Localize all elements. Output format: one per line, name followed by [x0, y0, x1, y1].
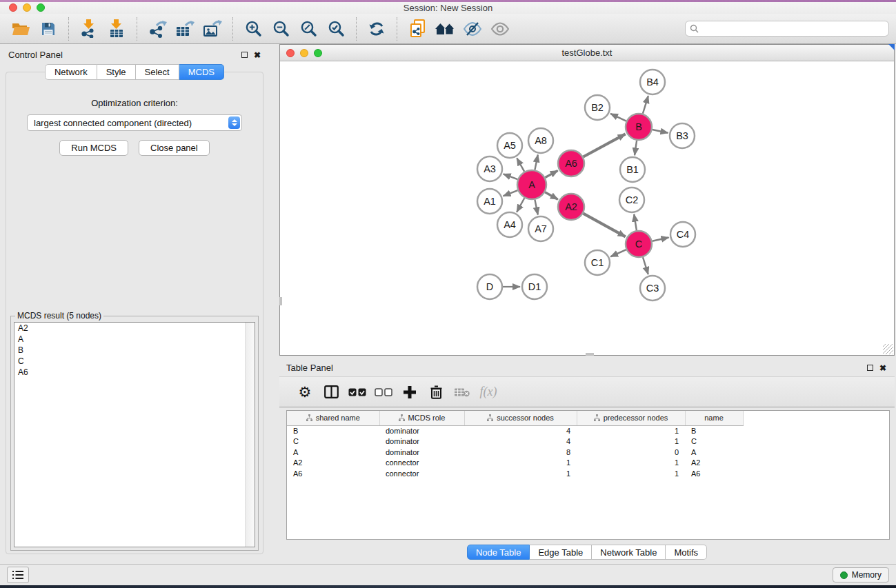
- table-cell[interactable]: 4: [464, 425, 577, 436]
- table-cell[interactable]: 1: [577, 425, 685, 436]
- tab-network-table[interactable]: Network Table: [592, 545, 666, 560]
- table-cell[interactable]: B: [287, 425, 379, 436]
- table-row[interactable]: Adominator80A: [287, 447, 743, 458]
- network-window-titlebar[interactable]: testGlobe.txt: [280, 45, 894, 61]
- network-overview-button[interactable]: [431, 16, 459, 42]
- export-image-button[interactable]: [199, 16, 226, 42]
- graph-edge-C-C4[interactable]: [653, 237, 669, 241]
- close-panel-icon[interactable]: ✖: [254, 52, 261, 59]
- float-panel-icon[interactable]: [867, 365, 873, 371]
- run-mcds-button[interactable]: Run MCDS: [59, 140, 128, 156]
- table-cell[interactable]: dominator: [379, 436, 464, 447]
- graph-edge-B-B2[interactable]: [610, 114, 626, 121]
- table-cell[interactable]: A: [685, 447, 743, 458]
- scrollbar[interactable]: [245, 323, 255, 547]
- graph-edge-A-A3[interactable]: [504, 174, 518, 179]
- import-table-button[interactable]: [103, 16, 130, 42]
- graph-edge-A6-B[interactable]: [584, 134, 626, 156]
- table-cell[interactable]: 1: [464, 458, 577, 469]
- import-network-button[interactable]: [75, 16, 103, 42]
- network-minimize-button[interactable]: [300, 49, 308, 57]
- task-history-button[interactable]: [7, 567, 29, 583]
- table-cell[interactable]: B: [685, 425, 743, 436]
- add-row-button[interactable]: [397, 379, 423, 405]
- network-zoom-button[interactable]: [314, 49, 322, 57]
- table-row[interactable]: Cdominator41C: [287, 436, 743, 447]
- tab-select[interactable]: Select: [136, 64, 179, 80]
- show-panels-button[interactable]: [486, 16, 514, 42]
- table-row[interactable]: A6connector11A6: [287, 468, 743, 479]
- column-header-MCDS-role[interactable]: MCDS role: [379, 411, 464, 425]
- table-cell[interactable]: A: [287, 447, 379, 458]
- save-session-button[interactable]: [34, 16, 62, 42]
- table-cell[interactable]: 1: [464, 468, 577, 479]
- close-panel-button[interactable]: Close panel: [139, 140, 210, 156]
- table-settings-button[interactable]: ⚙: [292, 379, 318, 405]
- table-cell[interactable]: connector: [379, 458, 464, 469]
- deselect-all-button[interactable]: [370, 379, 397, 405]
- table-row[interactable]: A2connector11A2: [287, 458, 743, 469]
- graph-edge-A-A7[interactable]: [535, 200, 537, 215]
- delete-table-button[interactable]: [449, 379, 475, 405]
- tab-network[interactable]: Network: [45, 64, 97, 80]
- table-cell[interactable]: A6: [287, 468, 379, 479]
- tab-motifs[interactable]: Motifs: [666, 545, 707, 560]
- graph-edge-A-A8[interactable]: [535, 155, 537, 170]
- table-cell[interactable]: 1: [577, 436, 685, 447]
- graph-edge-B-B3[interactable]: [653, 130, 668, 133]
- graph-edge-A-A5[interactable]: [517, 158, 524, 172]
- table-row[interactable]: Bdominator41B: [287, 425, 743, 436]
- zoom-fit-button[interactable]: [295, 16, 322, 42]
- open-session-button[interactable]: [7, 16, 34, 42]
- close-panel-icon[interactable]: ✖: [879, 365, 886, 372]
- graph-edge-A-A6[interactable]: [545, 171, 557, 178]
- resize-grip[interactable]: [883, 344, 893, 354]
- table-cell[interactable]: C: [685, 436, 743, 447]
- export-table-button[interactable]: [171, 16, 199, 42]
- search-field[interactable]: [685, 21, 889, 37]
- tab-edge-table[interactable]: Edge Table: [530, 545, 592, 560]
- panel-splitter[interactable]: [269, 44, 279, 564]
- search-input[interactable]: [701, 21, 888, 36]
- network-close-button[interactable]: [286, 49, 295, 57]
- float-panel-icon[interactable]: [241, 52, 248, 58]
- graph-edge-A-A4[interactable]: [517, 198, 524, 212]
- mcds-result-item[interactable]: C: [14, 356, 255, 367]
- tab-mcds[interactable]: MCDS: [179, 64, 224, 80]
- mcds-result-item[interactable]: A: [14, 334, 255, 345]
- show-columns-button[interactable]: [318, 379, 344, 405]
- graph-edge-A2-C[interactable]: [584, 214, 626, 237]
- table-cell[interactable]: connector: [379, 468, 464, 479]
- function-builder-button[interactable]: f(x): [475, 379, 501, 405]
- table-cell[interactable]: dominator: [379, 447, 464, 458]
- zoom-window-button[interactable]: [37, 3, 45, 12]
- delete-rows-button[interactable]: [423, 379, 449, 405]
- mcds-result-item[interactable]: A6: [14, 367, 255, 378]
- graph-edge-B-B1[interactable]: [635, 141, 637, 155]
- splitter-grip[interactable]: [586, 353, 594, 356]
- select-all-button[interactable]: [344, 379, 370, 405]
- column-header-shared-name[interactable]: shared name: [287, 411, 379, 425]
- refresh-button[interactable]: [363, 16, 390, 42]
- column-header-name[interactable]: name: [685, 411, 743, 425]
- graph-edge-C-C1[interactable]: [610, 250, 626, 256]
- graph-edge-C-C2[interactable]: [634, 214, 637, 230]
- table-cell[interactable]: 1: [577, 458, 685, 469]
- close-window-button[interactable]: [9, 3, 17, 12]
- zoom-selected-button[interactable]: [322, 16, 350, 42]
- table-cell[interactable]: 0: [577, 447, 685, 458]
- graph-edge-C-C3[interactable]: [643, 257, 648, 274]
- clone-network-button[interactable]: [404, 16, 431, 42]
- table-cell[interactable]: C: [287, 436, 379, 447]
- splitter-grip[interactable]: [279, 297, 282, 305]
- column-header-predecessor-nodes[interactable]: predecessor nodes: [577, 411, 685, 425]
- mcds-result-item[interactable]: B: [14, 345, 255, 356]
- mcds-result-item[interactable]: A2: [14, 323, 255, 334]
- tab-style[interactable]: Style: [97, 64, 136, 80]
- graph-edge-A-A2[interactable]: [545, 192, 558, 199]
- table-cell[interactable]: 1: [577, 468, 685, 479]
- network-canvas[interactable]: AA5A8A3A1A4A7A6A2BB2B4B3B1CC2C4C1C3DD1: [280, 61, 894, 355]
- graph-edge-B-B4[interactable]: [643, 96, 648, 114]
- tab-node-table[interactable]: Node Table: [467, 545, 530, 560]
- table-cell[interactable]: A2: [287, 458, 379, 469]
